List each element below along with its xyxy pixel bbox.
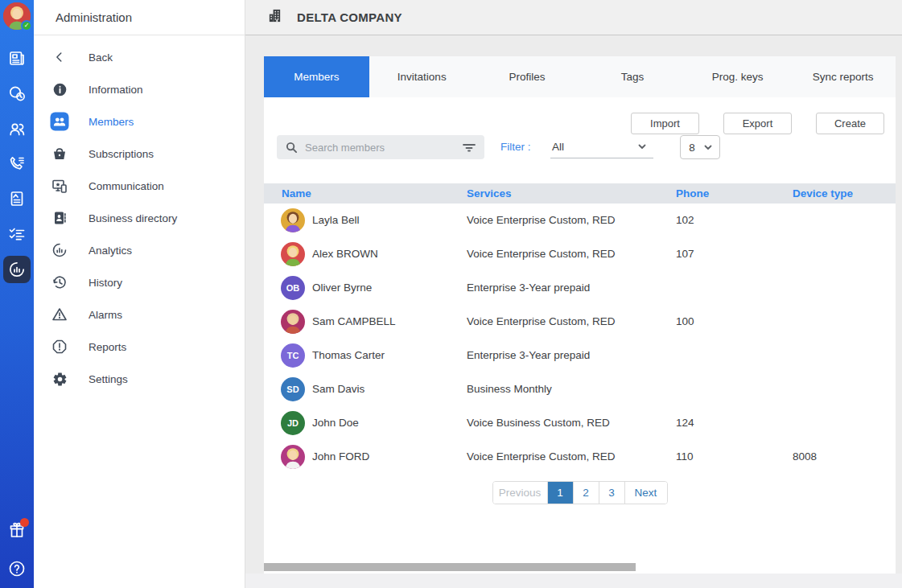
pagination-page-1[interactable]: 1 [548,482,574,504]
help-icon[interactable] [8,560,26,578]
member-name: Oliver Byrne [312,271,372,305]
member-avatar [281,310,305,334]
sidebar-item-members[interactable]: Members [34,105,245,138]
search-icon [286,142,298,154]
gear-icon [50,369,69,389]
member-services: Enterprise 3-Year prepaid [467,271,590,305]
members-panel: Members Invitations Profiles Tags Prog. … [264,56,896,574]
table-row[interactable]: TC Thomas Carter Enterprise 3-Year prepa… [264,339,896,372]
member-phone: 110 [676,440,694,474]
table-row[interactable]: John FORD Voice Enterprise Custom, RED 1… [264,440,896,474]
pagination-page-2[interactable]: 2 [574,482,599,504]
user-avatar[interactable]: ✓ [3,2,31,30]
svg-text:SD: SD [286,384,299,394]
call-history-icon[interactable] [8,84,26,102]
building-icon [267,8,282,27]
member-services: Voice Enterprise Custom, RED [467,440,616,474]
member-services: Business Monthly [467,372,552,406]
report-icon [50,337,69,356]
company-header: DELTA COMPANY [245,0,902,35]
table-row[interactable]: JD John Doe Voice Business Custom, RED 1… [264,406,896,440]
svg-text:OB: OB [286,283,300,293]
tab-tags[interactable]: Tags [579,56,685,97]
member-phone: 102 [676,204,694,237]
tab-prog-keys[interactable]: Prog. keys [685,56,790,97]
member-device-type: 8008 [793,440,817,474]
pagination-previous[interactable]: Previous [493,482,548,504]
devices-icon [50,176,69,195]
horizontal-scrollbar-thumb[interactable] [264,563,636,571]
search-input[interactable] [305,142,463,154]
filter-lines-icon[interactable] [463,142,476,153]
main-content: DELTA COMPANY Members Invitations Profil… [245,0,902,588]
column-phone[interactable]: Phone [676,187,709,199]
table-row[interactable]: Layla Bell Voice Enterprise Custom, RED … [264,204,896,237]
member-name: Sam CAMPBELL [312,305,396,339]
document-icon[interactable] [8,190,26,208]
column-services[interactable]: Services [467,187,512,199]
chevron-down-icon [637,142,653,151]
analytics-icon[interactable] [3,256,31,283]
pagination-page-3[interactable]: 3 [599,482,625,504]
tab-invitations[interactable]: Invitations [369,56,475,97]
search-box [277,135,484,159]
sidebar-item-settings[interactable]: Settings [34,363,245,395]
chevron-down-icon [703,142,719,152]
table-row[interactable]: Alex BROWN Voice Enterprise Custom, RED … [264,237,896,271]
tab-members[interactable]: Members [264,56,369,97]
member-phone: 100 [676,305,694,339]
member-phone: 107 [676,237,694,271]
gift-icon[interactable] [8,521,26,539]
filter-select[interactable]: All [550,135,653,158]
address-book-icon [50,208,69,228]
member-name: Sam Davis [312,372,365,406]
member-services: Voice Business Custom, RED [467,406,610,440]
table-row[interactable]: Sam CAMPBELL Voice Enterprise Custom, RE… [264,305,896,339]
members-table-body: Layla Bell Voice Enterprise Custom, RED … [264,204,896,474]
bottom-strip [245,574,902,588]
import-button[interactable]: Import [631,113,699,134]
tab-profiles[interactable]: Profiles [475,56,580,97]
tab-sync-reports[interactable]: Sync reports [790,56,896,97]
table-row[interactable]: OB Oliver Byrne Enterprise 3-Year prepai… [264,271,896,305]
contacts-icon[interactable] [8,120,26,138]
info-icon [50,80,69,99]
sidebar-item-history[interactable]: History [34,266,245,298]
filter-label: Filter : [500,135,531,159]
member-name: John FORD [312,440,369,474]
member-avatar: SD [281,377,305,401]
status-check-badge: ✓ [21,20,32,31]
export-button[interactable]: Export [723,113,792,134]
call-log-icon[interactable] [8,154,26,172]
sidebar-item-business-directory[interactable]: Business directory [34,202,245,234]
app-rail: ✓ [0,0,34,588]
column-device-type[interactable]: Device type [793,187,853,199]
notification-dot [20,518,29,527]
svg-text:JD: JD [287,418,299,428]
sidebar-item-alarms[interactable]: Alarms [34,298,245,331]
sidebar-item-information[interactable]: Information [34,73,245,105]
sidebar-item-analytics[interactable]: Analytics [34,234,245,266]
member-name: Layla Bell [312,204,360,237]
member-avatar: OB [281,276,305,300]
sidebar-item-reports[interactable]: Reports [34,331,245,363]
company-name: DELTA COMPANY [297,10,402,24]
sidebar-item-subscriptions[interactable]: Subscriptions [34,138,245,170]
member-services: Voice Enterprise Custom, RED [467,204,616,237]
sidebar-item-communication[interactable]: Communication [34,170,245,202]
analytics-icon [50,241,69,260]
news-icon[interactable] [8,49,26,67]
tasks-icon[interactable] [8,225,26,243]
basket-icon [50,144,69,163]
page-size-select[interactable]: 8 [680,135,720,159]
member-name: John Doe [312,406,359,440]
member-avatar [281,242,305,266]
table-row[interactable]: SD Sam Davis Business Monthly [264,372,896,406]
create-button[interactable]: Create [816,113,884,134]
member-services: Voice Enterprise Custom, RED [467,237,616,271]
table-header: Name Services Phone Device type [264,183,896,204]
pagination-next[interactable]: Next [625,482,667,504]
sidebar-item-back[interactable]: Back [34,41,245,73]
column-name[interactable]: Name [282,187,311,199]
chevron-left-icon [50,47,69,67]
